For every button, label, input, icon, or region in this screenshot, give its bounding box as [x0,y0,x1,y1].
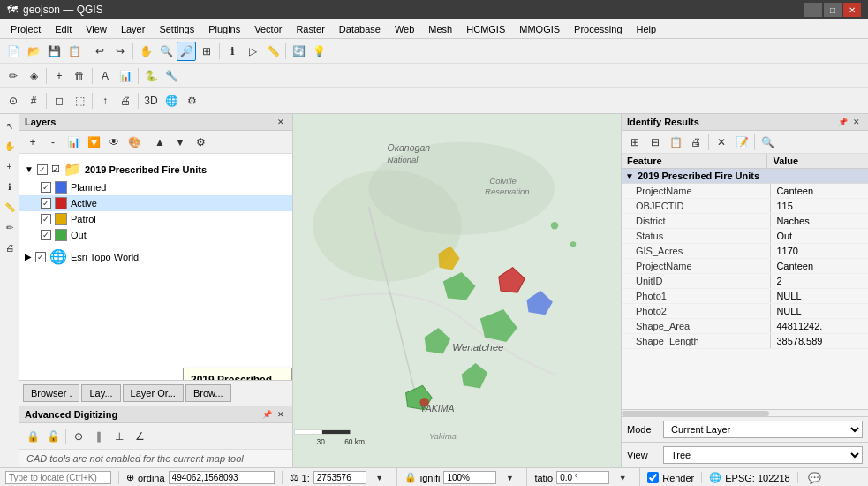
menu-item-web[interactable]: Web [388,22,421,36]
identify-hscroll[interactable] [622,409,868,416]
layers-close-btn[interactable]: ✕ [275,116,287,128]
id-form-btn[interactable]: 📝 [732,133,751,152]
minimize-button[interactable]: — [804,3,822,17]
search-input[interactable] [5,471,111,484]
move-up-btn[interactable]: ▲ [150,133,170,152]
vert-info-btn[interactable]: ℹ [0,177,19,196]
menu-item-vector[interactable]: Vector [247,22,289,36]
id-row-district[interactable]: District Naches [622,214,868,229]
id-row-status[interactable]: Status Out [622,229,868,244]
move-down-btn[interactable]: ▼ [170,133,190,152]
pan-button[interactable]: ✋ [136,42,155,61]
id-row-photo1[interactable]: Photo1 NULL [622,289,868,304]
print-btn[interactable]: 🖨 [116,91,135,110]
map-area[interactable]: Okanogan National Colville Reservation W… [293,114,621,467]
magnify-input[interactable] [443,471,496,484]
id-clear-btn[interactable]: ✕ [712,133,731,152]
eye-btn[interactable]: 👁 [104,133,124,152]
adv-close-btn[interactable]: ✕ [275,408,287,421]
node-tool-btn[interactable]: ◈ [24,66,43,86]
3d-btn[interactable]: 3D [141,91,161,110]
rotation-dropdown-btn[interactable]: ▼ [613,468,632,487]
id-collapse-all-btn[interactable]: ⊟ [645,133,665,152]
id-row-unitid[interactable]: UnitID 2 [622,274,868,289]
identify-group-row[interactable]: ▼ 2019 Prescribed Fire Units [622,169,868,184]
adv-unlock-btn[interactable]: 🔓 [43,427,63,446]
id-row-projectname2[interactable]: ProjectName Canteen [622,259,868,274]
layer-planned[interactable]: Planned [19,179,292,195]
lay-button[interactable]: Lay... [81,384,120,402]
menu-item-layer[interactable]: Layer [114,22,153,36]
mode-select[interactable]: Current Layer Top Down All Layers [663,421,863,438]
vert-zoom-btn[interactable]: + [0,156,19,176]
plugins-btn[interactable]: 🔧 [162,66,181,86]
esri-layer-header[interactable]: ▶ 🌐 Esri Topo World [19,247,292,267]
layer-active[interactable]: Active [19,195,292,211]
open-button[interactable]: 📂 [24,42,43,61]
out-cb[interactable] [41,230,51,240]
tips-button[interactable]: 💡 [309,42,328,61]
python-btn[interactable]: 🐍 [141,66,161,86]
id-print-btn[interactable]: 🖨 [686,133,706,152]
menu-item-view[interactable]: View [79,22,114,36]
north-arrow-btn[interactable]: ↑ [95,91,115,110]
message-btn[interactable]: 💬 [805,468,825,487]
close-button[interactable]: ✕ [843,3,861,17]
zoom-full-button[interactable]: ⊞ [197,42,216,61]
vert-print-btn[interactable]: 🖨 [0,238,19,257]
add-feature-btn[interactable]: + [49,66,69,86]
menu-item-mmqgis[interactable]: MMQGIS [512,22,567,36]
vert-pan-btn[interactable]: ✋ [0,136,19,156]
layer-patrol[interactable]: Patrol [19,211,292,227]
active-cb[interactable] [41,198,51,209]
menu-item-mesh[interactable]: Mesh [421,22,459,36]
menu-item-plugins[interactable]: Plugins [201,22,247,36]
group-checkbox[interactable] [37,164,48,175]
maximize-button[interactable]: □ [824,3,842,17]
select-button[interactable]: ▷ [243,42,262,61]
menu-item-processing[interactable]: Processing [567,22,629,36]
id-expand-all-btn[interactable]: ⊞ [625,133,645,152]
zoom-in-button[interactable]: 🔍 [156,42,176,61]
vert-edit-btn[interactable]: ✏ [0,217,19,237]
id-row-shapearea[interactable]: Shape_Area 44811242. [622,319,868,334]
zoom-out-button[interactable]: 🔎 [177,42,196,61]
layer-out[interactable]: Out [19,227,292,243]
identify-pin-btn[interactable]: 📌 [836,116,849,128]
adv-perp-btn[interactable]: ⊥ [109,427,129,446]
remove-layer-btn[interactable]: - [43,133,63,152]
id-row-gisacres[interactable]: GIS_Acres 1170 [622,244,868,259]
scale-input[interactable] [313,471,366,484]
id-row-projectname[interactable]: ProjectName Canteen [622,184,868,199]
id-copy-btn[interactable]: 📋 [666,133,685,152]
new-project-button[interactable]: 📄 [4,42,23,61]
filter-btn[interactable]: 🔽 [84,133,103,152]
save-button[interactable]: 💾 [44,42,64,61]
esri-cb[interactable] [35,252,46,262]
add-layer-btn[interactable]: + [23,133,42,152]
menu-item-project[interactable]: Project [4,22,48,36]
redo-button[interactable]: ↪ [110,42,130,61]
id-row-photo2[interactable]: Photo2 NULL [622,304,868,319]
adv-parallel-btn[interactable]: ∥ [89,427,109,446]
identify-button[interactable]: ℹ [223,42,242,61]
measure-area-btn[interactable]: ◻ [49,91,69,110]
menu-item-raster[interactable]: Raster [289,22,331,36]
adv-angle-btn[interactable]: ∠ [130,427,149,446]
delete-feature-btn[interactable]: 🗑 [70,66,89,86]
menu-item-help[interactable]: Help [630,22,664,36]
vert-select-btn[interactable]: ↖ [0,116,19,135]
open-attr-btn[interactable]: 📊 [64,133,83,152]
measure-button[interactable]: 📏 [263,42,283,61]
rotation-input[interactable] [556,471,609,484]
adv-lock-btn[interactable]: 🔒 [23,427,42,446]
refresh-button[interactable]: 🔄 [289,42,308,61]
adv-snap-btn[interactable]: ⊙ [69,427,88,446]
undo-button[interactable]: ↩ [90,42,109,61]
attr-table-btn[interactable]: 📊 [116,66,135,86]
layer-style-btn[interactable]: 🎨 [125,133,144,152]
scale-dropdown-btn[interactable]: ▼ [370,468,389,487]
layer-prop-btn[interactable]: ⚙ [191,133,210,152]
magnify-dropdown-btn[interactable]: ▼ [500,468,519,487]
menu-item-hcmgis[interactable]: HCMGIS [459,22,512,36]
